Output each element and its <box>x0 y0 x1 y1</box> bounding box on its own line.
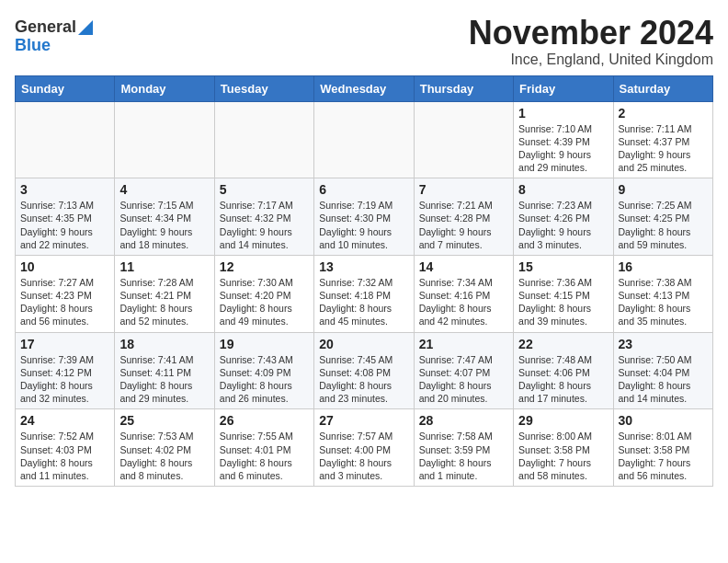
logo-general: General <box>15 18 76 37</box>
week-row-4: 17Sunrise: 7:39 AM Sunset: 4:12 PM Dayli… <box>16 332 713 409</box>
day-info: Sunrise: 7:45 AM Sunset: 4:08 PM Dayligh… <box>319 353 408 406</box>
svg-marker-0 <box>78 20 93 35</box>
day-cell: 3Sunrise: 7:13 AM Sunset: 4:35 PM Daylig… <box>16 178 115 256</box>
day-cell: 12Sunrise: 7:30 AM Sunset: 4:20 PM Dayli… <box>214 255 313 332</box>
day-info: Sunrise: 7:10 AM Sunset: 4:39 PM Dayligh… <box>518 122 608 175</box>
day-info: Sunrise: 7:36 AM Sunset: 4:15 PM Dayligh… <box>518 276 608 328</box>
calendar-table: SundayMondayTuesdayWednesdayThursdayFrid… <box>15 75 713 487</box>
day-number: 20 <box>319 337 408 351</box>
day-number: 18 <box>119 337 209 351</box>
day-number: 23 <box>619 337 708 351</box>
day-cell: 7Sunrise: 7:21 AM Sunset: 4:28 PM Daylig… <box>414 178 513 256</box>
day-info: Sunrise: 8:00 AM Sunset: 3:58 PM Dayligh… <box>518 430 608 482</box>
day-number: 30 <box>619 413 708 428</box>
day-number: 29 <box>518 413 608 428</box>
day-cell: 13Sunrise: 7:32 AM Sunset: 4:18 PM Dayli… <box>314 255 414 332</box>
title-area: November 2024 Ince, England, United King… <box>469 15 713 68</box>
day-info: Sunrise: 7:28 AM Sunset: 4:21 PM Dayligh… <box>119 276 209 328</box>
header: General Blue November 2024 Ince, England… <box>15 15 713 68</box>
logo: General Blue <box>15 15 93 55</box>
day-cell: 8Sunrise: 7:23 AM Sunset: 4:26 PM Daylig… <box>514 178 613 256</box>
day-number: 7 <box>419 182 508 197</box>
day-cell: 26Sunrise: 7:55 AM Sunset: 4:01 PM Dayli… <box>214 409 313 487</box>
day-cell: 30Sunrise: 8:01 AM Sunset: 3:58 PM Dayli… <box>613 409 712 487</box>
day-cell: 25Sunrise: 7:53 AM Sunset: 4:02 PM Dayli… <box>115 409 214 487</box>
week-row-2: 3Sunrise: 7:13 AM Sunset: 4:35 PM Daylig… <box>16 178 713 256</box>
day-number: 15 <box>518 259 608 274</box>
day-info: Sunrise: 7:48 AM Sunset: 4:06 PM Dayligh… <box>518 353 608 406</box>
week-row-5: 24Sunrise: 7:52 AM Sunset: 4:03 PM Dayli… <box>16 409 713 487</box>
day-info: Sunrise: 7:17 AM Sunset: 4:32 PM Dayligh… <box>220 199 309 251</box>
day-number: 14 <box>419 259 508 274</box>
col-header-thursday: Thursday <box>414 75 513 101</box>
logo-blue: Blue <box>15 37 51 55</box>
day-cell: 23Sunrise: 7:50 AM Sunset: 4:04 PM Dayli… <box>613 332 712 409</box>
day-number: 3 <box>20 182 109 197</box>
day-info: Sunrise: 7:57 AM Sunset: 4:00 PM Dayligh… <box>319 430 408 482</box>
day-number: 26 <box>220 413 309 428</box>
day-cell <box>414 101 513 178</box>
day-cell: 2Sunrise: 7:11 AM Sunset: 4:37 PM Daylig… <box>613 101 712 178</box>
day-number: 19 <box>220 337 309 351</box>
day-cell: 19Sunrise: 7:43 AM Sunset: 4:09 PM Dayli… <box>214 332 313 409</box>
day-cell: 6Sunrise: 7:19 AM Sunset: 4:30 PM Daylig… <box>314 178 414 256</box>
day-number: 6 <box>319 182 408 197</box>
day-info: Sunrise: 7:50 AM Sunset: 4:04 PM Dayligh… <box>619 353 708 406</box>
day-cell: 11Sunrise: 7:28 AM Sunset: 4:21 PM Dayli… <box>115 255 214 332</box>
day-cell <box>314 101 414 178</box>
day-number: 17 <box>20 337 109 351</box>
day-info: Sunrise: 7:39 AM Sunset: 4:12 PM Dayligh… <box>20 353 109 406</box>
col-header-wednesday: Wednesday <box>314 75 414 101</box>
day-number: 11 <box>119 259 209 274</box>
day-info: Sunrise: 7:47 AM Sunset: 4:07 PM Dayligh… <box>419 353 508 406</box>
day-cell: 16Sunrise: 7:38 AM Sunset: 4:13 PM Dayli… <box>613 255 712 332</box>
col-header-tuesday: Tuesday <box>214 75 313 101</box>
day-number: 5 <box>220 182 309 197</box>
day-number: 12 <box>220 259 309 274</box>
week-row-1: 1Sunrise: 7:10 AM Sunset: 4:39 PM Daylig… <box>16 101 713 178</box>
day-info: Sunrise: 7:58 AM Sunset: 3:59 PM Dayligh… <box>419 430 508 482</box>
day-cell: 18Sunrise: 7:41 AM Sunset: 4:11 PM Dayli… <box>115 332 214 409</box>
header-row: SundayMondayTuesdayWednesdayThursdayFrid… <box>16 75 713 101</box>
day-info: Sunrise: 7:11 AM Sunset: 4:37 PM Dayligh… <box>619 122 708 175</box>
day-info: Sunrise: 7:19 AM Sunset: 4:30 PM Dayligh… <box>319 199 408 251</box>
day-number: 21 <box>419 337 508 351</box>
subtitle: Ince, England, United Kingdom <box>469 52 713 68</box>
day-number: 22 <box>518 337 608 351</box>
day-number: 27 <box>319 413 408 428</box>
day-cell: 17Sunrise: 7:39 AM Sunset: 4:12 PM Dayli… <box>16 332 115 409</box>
logo-arrow-icon <box>78 20 93 35</box>
day-info: Sunrise: 7:15 AM Sunset: 4:34 PM Dayligh… <box>119 199 209 251</box>
day-cell: 27Sunrise: 7:57 AM Sunset: 4:00 PM Dayli… <box>314 409 414 487</box>
day-info: Sunrise: 7:13 AM Sunset: 4:35 PM Dayligh… <box>20 199 109 251</box>
day-number: 25 <box>119 413 209 428</box>
day-cell: 20Sunrise: 7:45 AM Sunset: 4:08 PM Dayli… <box>314 332 414 409</box>
day-info: Sunrise: 7:21 AM Sunset: 4:28 PM Dayligh… <box>419 199 508 251</box>
day-number: 4 <box>119 182 209 197</box>
day-cell <box>214 101 313 178</box>
day-cell: 24Sunrise: 7:52 AM Sunset: 4:03 PM Dayli… <box>16 409 115 487</box>
day-info: Sunrise: 7:43 AM Sunset: 4:09 PM Dayligh… <box>220 353 309 406</box>
day-info: Sunrise: 7:52 AM Sunset: 4:03 PM Dayligh… <box>20 430 109 482</box>
day-info: Sunrise: 8:01 AM Sunset: 3:58 PM Dayligh… <box>619 430 708 482</box>
day-info: Sunrise: 7:25 AM Sunset: 4:25 PM Dayligh… <box>619 199 708 251</box>
day-cell: 22Sunrise: 7:48 AM Sunset: 4:06 PM Dayli… <box>514 332 613 409</box>
day-cell: 9Sunrise: 7:25 AM Sunset: 4:25 PM Daylig… <box>613 178 712 256</box>
day-info: Sunrise: 7:27 AM Sunset: 4:23 PM Dayligh… <box>20 276 109 328</box>
day-info: Sunrise: 7:32 AM Sunset: 4:18 PM Dayligh… <box>319 276 408 328</box>
day-cell: 4Sunrise: 7:15 AM Sunset: 4:34 PM Daylig… <box>115 178 214 256</box>
day-info: Sunrise: 7:55 AM Sunset: 4:01 PM Dayligh… <box>220 430 309 482</box>
day-cell: 14Sunrise: 7:34 AM Sunset: 4:16 PM Dayli… <box>414 255 513 332</box>
day-number: 8 <box>518 182 608 197</box>
week-row-3: 10Sunrise: 7:27 AM Sunset: 4:23 PM Dayli… <box>16 255 713 332</box>
day-number: 24 <box>20 413 109 428</box>
day-cell: 10Sunrise: 7:27 AM Sunset: 4:23 PM Dayli… <box>16 255 115 332</box>
col-header-friday: Friday <box>514 75 613 101</box>
day-cell <box>115 101 214 178</box>
day-cell: 21Sunrise: 7:47 AM Sunset: 4:07 PM Dayli… <box>414 332 513 409</box>
day-info: Sunrise: 7:38 AM Sunset: 4:13 PM Dayligh… <box>619 276 708 328</box>
day-number: 13 <box>319 259 408 274</box>
day-number: 28 <box>419 413 508 428</box>
day-number: 10 <box>20 259 109 274</box>
day-cell: 28Sunrise: 7:58 AM Sunset: 3:59 PM Dayli… <box>414 409 513 487</box>
